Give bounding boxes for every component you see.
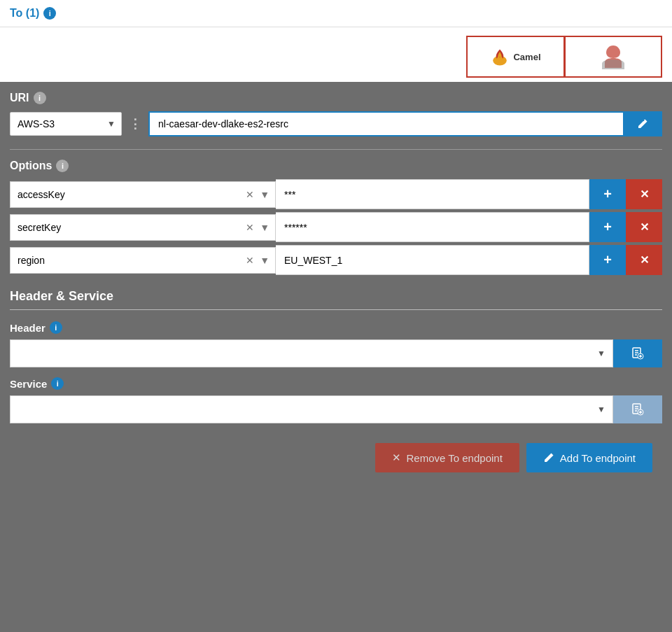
header-label-text: Header — [10, 322, 46, 334]
uri-input-wrapper — [148, 111, 662, 136]
option-key-controls-2: ✕ ▼ — [244, 220, 275, 234]
remove-endpoint-button[interactable]: ✕ Remove To endpoint — [375, 443, 519, 472]
option-key-dropdown-3[interactable]: ▼ — [258, 253, 271, 267]
header-service-section: Header & Service Header i ▼ — [10, 289, 662, 423]
option-key-wrapper-2: ✕ ▼ — [10, 214, 276, 241]
protocol-select[interactable]: AWS-S3 AWS-SQS HTTP HTTPS FILE — [10, 113, 121, 135]
header-label: Header i — [10, 321, 662, 334]
option-key-controls-1: ✕ ▼ — [244, 188, 275, 202]
header-service-title: Header & Service — [10, 289, 662, 304]
option-add-btn-3[interactable]: + — [589, 245, 626, 275]
camel-label: Camel — [513, 52, 540, 62]
uri-path-input[interactable] — [148, 111, 623, 136]
page-title: To (1) i — [10, 7, 56, 20]
option-key-input-1[interactable] — [10, 182, 244, 207]
option-row-secretkey: ✕ ▼ + ✕ — [10, 212, 662, 242]
option-value-wrapper-1: + ✕ — [276, 179, 662, 209]
header-action-button[interactable] — [613, 339, 662, 367]
service-doc-icon — [631, 402, 645, 416]
camel-flame-icon — [490, 47, 510, 66]
main-content: URI i AWS-S3 AWS-SQS HTTP HTTPS FILE ▼ ⋮ — [0, 82, 672, 632]
add-endpoint-button[interactable]: Add To endpoint — [526, 443, 652, 472]
option-add-btn-2[interactable]: + — [589, 212, 626, 242]
option-value-input-2[interactable] — [276, 212, 589, 242]
service-select[interactable] — [10, 396, 612, 421]
bottom-actions: ✕ Remove To endpoint Add To endpoint — [10, 433, 662, 482]
service-info-icon[interactable]: i — [51, 377, 64, 390]
service-label: Service i — [10, 377, 662, 390]
option-value-input-1[interactable] — [276, 179, 589, 209]
option-row-region: ✕ ▼ + ✕ — [10, 245, 662, 275]
header-info-icon[interactable]: i — [50, 321, 62, 334]
option-value-input-3[interactable] — [276, 245, 589, 275]
title-text: To (1) — [10, 7, 39, 20]
option-add-btn-1[interactable]: + — [589, 179, 626, 209]
option-key-dropdown-2[interactable]: ▼ — [258, 220, 271, 234]
option-remove-btn-3[interactable]: ✕ — [626, 245, 662, 275]
service-label-text: Service — [10, 378, 47, 390]
redhat-logo-btn[interactable] — [564, 36, 662, 78]
option-remove-btn-2[interactable]: ✕ — [626, 212, 662, 242]
option-key-clear-3[interactable]: ✕ — [244, 253, 255, 267]
add-label: Add To endpoint — [560, 452, 636, 464]
option-value-wrapper-3: + ✕ — [276, 245, 662, 275]
service-action-button[interactable] — [613, 395, 662, 423]
uri-section: URI i AWS-S3 AWS-SQS HTTP HTTPS FILE ▼ ⋮ — [10, 92, 662, 136]
options-section: Options i ✕ ▼ + ✕ ✕ — [10, 160, 662, 275]
redhat-icon — [598, 43, 629, 71]
camel-logo: Camel — [490, 47, 540, 66]
top-bar: To (1) i — [0, 0, 672, 27]
header-doc-icon — [631, 346, 645, 360]
option-key-input-2[interactable] — [10, 215, 244, 240]
option-row-accesskey: ✕ ▼ + ✕ — [10, 179, 662, 209]
service-select-wrapper: ▼ — [10, 395, 613, 423]
header-service-divider — [10, 309, 662, 310]
option-remove-btn-1[interactable]: ✕ — [626, 179, 662, 209]
option-key-clear-2[interactable]: ✕ — [244, 220, 255, 234]
title-info-icon[interactable]: i — [43, 7, 56, 20]
option-key-clear-1[interactable]: ✕ — [244, 188, 255, 202]
option-key-input-3[interactable] — [10, 248, 244, 273]
uri-row: AWS-S3 AWS-SQS HTTP HTTPS FILE ▼ ⋮ — [10, 111, 662, 136]
add-pencil-icon — [543, 452, 554, 463]
uri-separator: ⋮ — [126, 116, 144, 132]
remove-label: Remove To endpoint — [407, 452, 503, 464]
camel-logo-btn[interactable]: Camel — [466, 36, 564, 78]
service-row: ▼ — [10, 395, 662, 423]
redhat-logo — [598, 43, 629, 71]
uri-edit-button[interactable] — [623, 111, 662, 136]
header-select[interactable] — [10, 340, 612, 365]
options-label: Options i — [10, 160, 662, 172]
protocol-select-wrapper: AWS-S3 AWS-SQS HTTP HTTPS FILE ▼ — [10, 112, 122, 136]
remove-icon: ✕ — [392, 451, 401, 464]
option-key-wrapper-3: ✕ ▼ — [10, 247, 276, 274]
options-label-text: Options — [10, 160, 52, 172]
uri-divider — [10, 149, 662, 150]
options-info-icon[interactable]: i — [56, 160, 69, 172]
option-value-wrapper-2: + ✕ — [276, 212, 662, 242]
uri-info-icon[interactable]: i — [34, 92, 46, 104]
pencil-icon — [637, 118, 648, 129]
uri-label: URI i — [10, 92, 662, 104]
option-key-wrapper-1: ✕ ▼ — [10, 181, 276, 208]
header-row: ▼ — [10, 339, 662, 367]
uri-label-text: URI — [10, 92, 29, 104]
logo-bar: Camel — [0, 27, 672, 82]
option-key-controls-3: ✕ ▼ — [244, 253, 275, 267]
header-select-wrapper: ▼ — [10, 339, 613, 367]
option-key-dropdown-1[interactable]: ▼ — [258, 188, 271, 202]
